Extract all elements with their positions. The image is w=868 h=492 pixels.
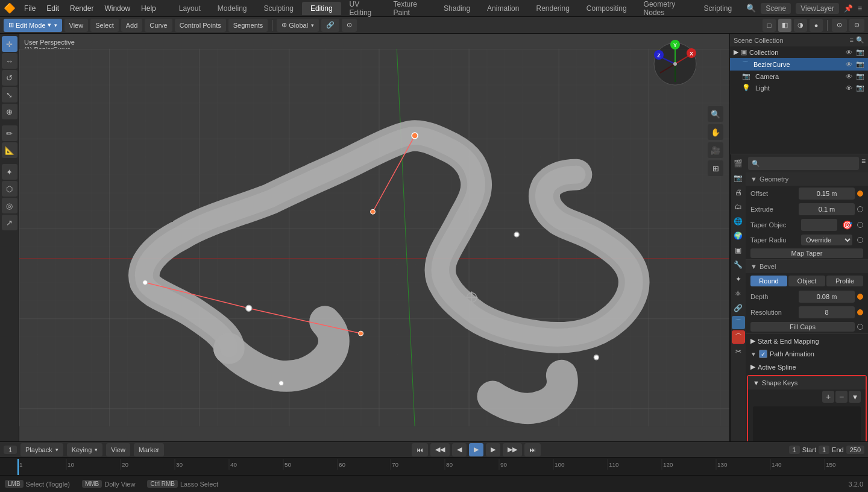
- beziercurve-render-icon[interactable]: 📷: [856, 60, 864, 68]
- taper-obj-pick-icon[interactable]: 🎯: [842, 220, 852, 230]
- menu-window[interactable]: Window: [99, 2, 135, 15]
- fill-caps-dot[interactable]: [857, 324, 863, 330]
- shape-keys-props-icon[interactable]: ⌒: [732, 330, 745, 344]
- view-layer-props-icon[interactable]: 🗂: [732, 200, 745, 213]
- modifier-props-icon[interactable]: 🔧: [732, 258, 745, 271]
- shape-keys-header[interactable]: ▼ Shape Keys: [748, 376, 866, 390]
- viewport-gizmo[interactable]: X Y Z: [651, 40, 699, 88]
- rotate-tool-btn[interactable]: ↺: [2, 70, 17, 86]
- taper-obj-field[interactable]: [801, 219, 837, 231]
- collection-render-icon[interactable]: 📷: [856, 48, 864, 56]
- outliner-filter-icon[interactable]: ≡: [850, 36, 854, 44]
- world-props-icon[interactable]: 🌍: [732, 229, 745, 242]
- taper-obj-dot[interactable]: [857, 222, 863, 228]
- taper-radiu-dot[interactable]: [857, 237, 863, 243]
- viewport-shading-material-btn[interactable]: ◑: [794, 19, 807, 32]
- collection-visibility-icon[interactable]: 👁: [846, 49, 852, 56]
- xray-btn[interactable]: ⊙: [849, 19, 864, 32]
- menu-edit[interactable]: Edit: [42, 2, 64, 15]
- zoom-in-btn[interactable]: 🔍: [708, 106, 723, 122]
- marker-btn[interactable]: Marker: [134, 443, 164, 456]
- bevel-header[interactable]: ▼ Bevel: [746, 260, 868, 273]
- scene-selector[interactable]: Scene: [761, 3, 791, 14]
- workspace-rendering[interactable]: Rendering: [527, 2, 577, 15]
- fill-caps-btn[interactable]: Fill Caps: [750, 322, 855, 332]
- radius-btn[interactable]: ◎: [2, 198, 17, 213]
- workspace-modeling[interactable]: Modeling: [209, 2, 256, 15]
- search-icon[interactable]: 🔍: [746, 4, 756, 13]
- view-btn-timeline[interactable]: View: [106, 443, 130, 456]
- outliner-item-light[interactable]: 💡 Light 👁 📷: [730, 82, 868, 93]
- start-end-mapping-section[interactable]: ▶ Start & End Mapping: [746, 334, 868, 348]
- view-btn[interactable]: View: [64, 19, 89, 32]
- transform-tool-btn[interactable]: ⊕: [2, 104, 17, 119]
- offset-keyframe-dot[interactable]: [857, 191, 863, 197]
- geometry-header[interactable]: ▼ Geometry: [746, 172, 868, 186]
- workspace-geometry-nodes[interactable]: Geometry Nodes: [635, 0, 696, 19]
- object-props-icon[interactable]: ▣: [732, 244, 745, 257]
- keying-btn[interactable]: Keying: [67, 443, 103, 456]
- extrude-keyframe-dot[interactable]: [857, 206, 863, 212]
- workspace-layout[interactable]: Layout: [171, 2, 209, 15]
- bevel-profile-btn[interactable]: Profile: [826, 276, 863, 286]
- workspace-compositing[interactable]: Compositing: [578, 2, 635, 15]
- timeline-ruler-bar[interactable]: 1 10 20 30 40 50 60 70 80 90 1: [0, 458, 868, 475]
- shape-key-add-btn[interactable]: +: [822, 391, 834, 403]
- camera-visibility-icon[interactable]: 👁: [846, 73, 852, 80]
- proportional-btn[interactable]: ⊙: [342, 19, 357, 32]
- overlay-btn[interactable]: ⊙: [832, 19, 847, 32]
- add-btn[interactable]: Add: [121, 19, 143, 32]
- annotate-btn[interactable]: ✏: [2, 125, 17, 141]
- workspace-uv-editing[interactable]: UV Editing: [341, 0, 385, 19]
- physics-props-icon[interactable]: ⚛: [732, 287, 745, 300]
- play-btn[interactable]: ▶: [469, 443, 483, 456]
- menu-file[interactable]: File: [19, 2, 40, 15]
- select-btn[interactable]: Select: [90, 19, 119, 32]
- camera-render-icon[interactable]: 📷: [856, 72, 864, 80]
- prev-keyframe-btn[interactable]: ◀: [452, 443, 467, 456]
- viewport-overlays-btn[interactable]: ⊞ Edit Mode ▾: [4, 19, 62, 32]
- outliner-search-icon[interactable]: 🔍: [856, 36, 864, 44]
- beziercurve-visibility-icon[interactable]: 👁: [846, 61, 852, 68]
- depth-value[interactable]: 0.08 m: [799, 291, 855, 303]
- next-keyframe-btn[interactable]: ▶: [486, 443, 500, 456]
- menu-help[interactable]: Help: [136, 2, 161, 15]
- render-props-icon[interactable]: 📷: [732, 171, 745, 184]
- workspace-scripting[interactable]: Scripting: [695, 2, 740, 15]
- outliner-item-camera[interactable]: 📷 Camera 👁 📷: [730, 71, 868, 82]
- filter-icon[interactable]: ≡: [858, 4, 862, 13]
- move-tool-btn[interactable]: ↔: [2, 53, 17, 69]
- extrude-btn[interactable]: ⬡: [2, 181, 17, 197]
- shape-key-chevron-btn[interactable]: ▾: [849, 391, 861, 403]
- scene-props-icon[interactable]: 🎬: [732, 157, 745, 170]
- scale-tool-btn[interactable]: ⤡: [2, 87, 17, 102]
- resolution-value[interactable]: 8: [799, 306, 855, 318]
- frame-counter[interactable]: 1: [4, 446, 17, 454]
- tilt-btn[interactable]: ↗: [2, 215, 17, 230]
- props-search-input[interactable]: [748, 157, 859, 170]
- camera-view-btn[interactable]: 🎥: [708, 142, 723, 158]
- pan-btn[interactable]: ✋: [708, 124, 723, 140]
- constraints-props-icon[interactable]: 🔗: [732, 301, 745, 315]
- viewport-shading-render-btn[interactable]: ●: [810, 19, 823, 32]
- playback-btn[interactable]: Playback: [20, 443, 63, 456]
- menu-render[interactable]: Render: [65, 2, 98, 15]
- props-filter-btn[interactable]: ≡: [861, 157, 866, 170]
- data-props-icon[interactable]: ⌒: [732, 316, 745, 329]
- end-frame[interactable]: 250: [846, 446, 864, 454]
- segments-btn[interactable]: Segments: [228, 19, 268, 32]
- outliner-item-collection[interactable]: ▶ ▣ Collection 👁 📷: [730, 46, 868, 58]
- curve-btn[interactable]: Curve: [145, 19, 172, 32]
- viewport-shading-wire-btn[interactable]: □: [763, 19, 776, 32]
- cursor-tool-btn[interactable]: ✛: [2, 36, 17, 52]
- workspace-sculpting[interactable]: Sculpting: [256, 2, 302, 15]
- workspace-animation[interactable]: Animation: [479, 2, 527, 15]
- control-points-btn[interactable]: Control Points: [175, 19, 226, 32]
- workspace-shading[interactable]: Shading: [435, 2, 479, 15]
- ortho-btn[interactable]: ⊞: [708, 160, 723, 176]
- measure-btn[interactable]: 📐: [2, 142, 17, 158]
- map-taper-btn[interactable]: Map Taper: [750, 248, 863, 258]
- workspace-editing[interactable]: Editing: [302, 2, 341, 15]
- shape-key-remove-btn[interactable]: −: [835, 391, 848, 403]
- uv-props-icon[interactable]: ✂: [732, 345, 745, 358]
